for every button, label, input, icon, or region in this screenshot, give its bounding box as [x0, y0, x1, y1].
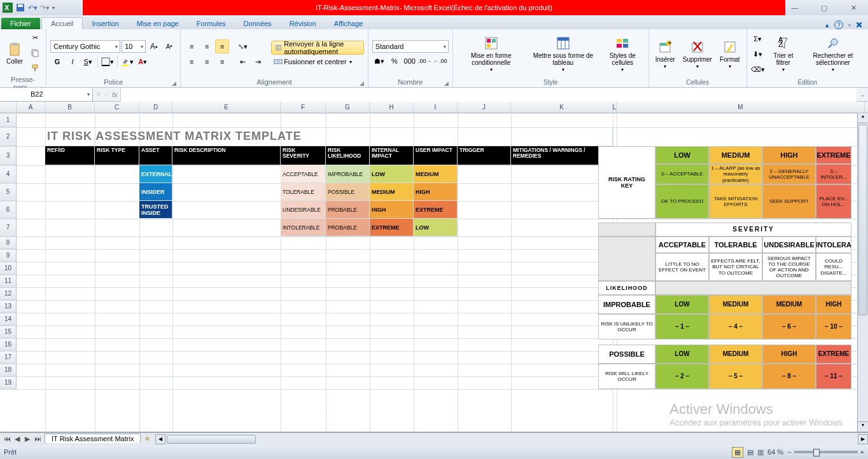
cell[interactable]: POSSIBLE [326, 183, 370, 201]
orientation-icon[interactable]: ⤡▾ [235, 39, 249, 53]
autosum-icon[interactable]: Σ▾ [751, 32, 765, 46]
tab-file[interactable]: Fichier [1, 18, 40, 29]
column-headers[interactable]: ABCDEFGHIJKLM [0, 102, 868, 113]
ribbon-minimize-icon[interactable]: ▴ [825, 21, 829, 29]
help-icon[interactable]: ? [834, 20, 843, 29]
tab-accueil[interactable]: Accueil [41, 17, 83, 29]
conditional-formatting-button[interactable]: Mise en forme conditionnelle▾ [457, 34, 526, 74]
cell[interactable]: RISK DESCRIPTION [172, 146, 281, 165]
cell[interactable]: USER IMPACT [414, 146, 458, 165]
delete-cells-button[interactable]: Supprimer▾ [680, 38, 715, 71]
cell[interactable]: TRIGGER [458, 146, 511, 165]
row-header[interactable]: 8 [0, 236, 17, 249]
row-header[interactable]: 19 [0, 376, 17, 389]
cell[interactable]: MEDIUM [370, 183, 414, 201]
row-header[interactable]: 14 [0, 313, 17, 325]
row-header[interactable]: 16 [0, 338, 17, 351]
row-header[interactable]: 1 [0, 113, 17, 127]
col-header-G[interactable]: G [326, 102, 370, 113]
window-restore-icon[interactable]: ▫ [848, 21, 851, 29]
col-header-D[interactable]: D [139, 102, 172, 113]
cut-icon[interactable]: ✂ [28, 31, 42, 45]
sort-filter-button[interactable]: AZTrier et filtrer▾ [767, 34, 799, 74]
cell[interactable]: UNDESIRABLE [281, 201, 326, 219]
cell-styles-button[interactable]: Styles de cellules▾ [601, 34, 645, 74]
fx-icon[interactable]: fx [112, 91, 118, 99]
row-header[interactable]: 12 [0, 287, 17, 300]
row-header[interactable]: 11 [0, 275, 17, 287]
col-header-I[interactable]: I [414, 102, 458, 113]
view-layout-icon[interactable]: ▤ [747, 448, 753, 456]
format-cells-button[interactable]: Format▾ [717, 38, 743, 71]
number-format-combo[interactable]: Standard [372, 40, 449, 53]
col-header-E[interactable]: E [172, 102, 281, 113]
col-header-H[interactable]: H [370, 102, 414, 113]
font-name-combo[interactable]: Century Gothic [50, 40, 120, 53]
row-header[interactable]: 6 [0, 201, 17, 219]
col-header-B[interactable]: B [45, 102, 95, 113]
close-button[interactable]: ✕ [839, 0, 868, 15]
cell[interactable]: MITIGATIONS / WARNINGS / REMEDIES [511, 146, 613, 165]
row-header[interactable]: 18 [0, 364, 17, 376]
comma-icon[interactable]: 000 [403, 54, 417, 68]
view-normal-icon[interactable]: ▦ [732, 447, 743, 458]
row-header[interactable]: 17 [0, 351, 17, 364]
row-header[interactable]: 4 [0, 165, 17, 183]
tab-revision[interactable]: Révision [281, 18, 325, 29]
cell[interactable]: ACCEPTABLE [281, 165, 326, 183]
zoom-slider[interactable]: −+ [787, 448, 864, 456]
cell[interactable]: IMPROBABLE [326, 165, 370, 183]
sheet-nav-next[interactable]: ▶ [23, 435, 32, 443]
cell[interactable]: HIGH [414, 183, 458, 201]
undo-icon[interactable]: ↶▾ [28, 4, 38, 12]
worksheet-grid[interactable]: ABCDEFGHIJKLM 12345678910111213141516171… [0, 102, 868, 432]
clear-icon[interactable]: ⌫▾ [751, 63, 765, 77]
merge-center-button[interactable]: Fusionner et centrer▾ [271, 56, 364, 67]
fill-color-icon[interactable]: ▾ [120, 55, 134, 69]
cell[interactable]: LOW [414, 219, 458, 236]
view-pagebreak-icon[interactable]: ▥ [757, 448, 764, 456]
sheet-tab-active[interactable]: IT Risk Assessment Matrix [45, 434, 141, 443]
cell[interactable]: TOLERABLE [281, 183, 326, 201]
maximize-button[interactable]: ▢ [809, 0, 839, 15]
tab-donnees[interactable]: Données [235, 18, 281, 29]
cell[interactable]: EXTREME [414, 201, 458, 219]
cell[interactable]: INSIDER [139, 183, 172, 201]
cell[interactable]: INTERNAL IMPACT [370, 146, 414, 165]
sheet-nav-prev[interactable]: ◀ [13, 435, 22, 443]
zoom-level[interactable]: 64 % [767, 448, 783, 456]
cell[interactable]: RISK SEVERITY [281, 146, 326, 165]
name-box[interactable]: B22 [0, 88, 93, 102]
cell[interactable]: INTOLERABLE [281, 219, 326, 236]
cell[interactable]: ASSET [139, 146, 172, 165]
row-header[interactable]: 2 [0, 127, 17, 146]
cell[interactable]: EXTERNAL [139, 165, 172, 183]
wrap-text-button[interactable]: Renvoyer à la ligne automatiquement [271, 41, 364, 55]
col-header-A[interactable]: A [17, 102, 45, 113]
copy-icon[interactable] [28, 46, 42, 60]
cell[interactable]: EXTREME [370, 219, 414, 236]
font-color-icon[interactable]: A▾ [136, 55, 150, 69]
underline-icon[interactable]: S▾ [81, 55, 95, 69]
cell[interactable]: PROBABLE [326, 219, 370, 236]
new-sheet-icon[interactable]: ✳ [144, 435, 150, 443]
expand-formula-icon[interactable]: ⌄ [857, 90, 868, 99]
cell[interactable]: PROBABLE [326, 201, 370, 219]
insert-cells-button[interactable]: +Insérer▾ [653, 38, 678, 71]
paste-button[interactable]: Coller [4, 40, 25, 66]
row-header[interactable]: 15 [0, 325, 17, 338]
align-left-icon[interactable]: ≡ [185, 55, 199, 69]
sheet-nav-first[interactable]: ⏮ [3, 435, 11, 443]
row-header[interactable]: 7 [0, 219, 17, 236]
cell[interactable]: RISK LIKELIHOOD [326, 146, 370, 165]
row-header[interactable]: 13 [0, 300, 17, 313]
vertical-scrollbar[interactable]: ▴ ▾ [857, 113, 868, 432]
window-close-icon[interactable]: 🗙 [856, 21, 863, 29]
accounting-icon[interactable]: ☗▾ [372, 54, 386, 68]
row-header[interactable]: 5 [0, 183, 17, 201]
tab-formules[interactable]: Formules [188, 18, 235, 29]
row-header[interactable]: 3 [0, 146, 17, 165]
col-header-J[interactable]: J [458, 102, 511, 113]
horizontal-scrollbar[interactable]: ◀▶ [155, 434, 868, 444]
border-icon[interactable]: ▾ [101, 55, 115, 69]
